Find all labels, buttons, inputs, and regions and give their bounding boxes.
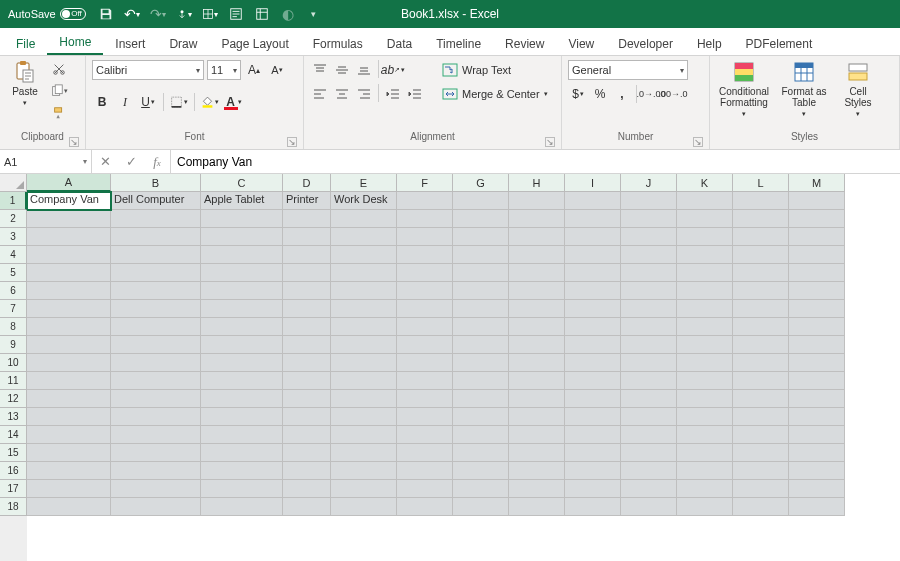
cell[interactable] <box>27 498 111 516</box>
cell[interactable] <box>677 264 733 282</box>
cell[interactable] <box>509 246 565 264</box>
row-header[interactable]: 13 <box>0 408 27 426</box>
cell[interactable] <box>201 210 283 228</box>
cell[interactable] <box>397 390 453 408</box>
cell[interactable] <box>621 426 677 444</box>
cell[interactable] <box>453 372 509 390</box>
cell[interactable] <box>509 408 565 426</box>
cell[interactable] <box>565 264 621 282</box>
cell[interactable] <box>733 282 789 300</box>
cell[interactable] <box>111 498 201 516</box>
cell[interactable] <box>677 336 733 354</box>
orientation-icon[interactable]: ab↗▾ <box>383 60 403 80</box>
cell[interactable] <box>201 246 283 264</box>
cell[interactable] <box>621 390 677 408</box>
cell[interactable] <box>283 282 331 300</box>
cell[interactable] <box>789 426 845 444</box>
cell[interactable] <box>509 192 565 210</box>
cell[interactable] <box>677 426 733 444</box>
cell[interactable] <box>27 354 111 372</box>
cell[interactable] <box>733 264 789 282</box>
cell[interactable] <box>397 444 453 462</box>
italic-button[interactable]: I <box>115 92 135 112</box>
format-as-table-button[interactable]: Format as Table▾ <box>776 60 832 118</box>
cell[interactable] <box>733 192 789 210</box>
cell[interactable] <box>111 300 201 318</box>
cell[interactable] <box>453 462 509 480</box>
cell[interactable] <box>331 498 397 516</box>
cell[interactable] <box>283 444 331 462</box>
cell[interactable] <box>789 264 845 282</box>
cell[interactable] <box>453 498 509 516</box>
cell[interactable] <box>677 210 733 228</box>
cell[interactable] <box>789 462 845 480</box>
cell[interactable] <box>331 246 397 264</box>
cell[interactable] <box>201 336 283 354</box>
qat-more-icon[interactable]: ▾ <box>306 6 322 22</box>
cell[interactable] <box>283 336 331 354</box>
bold-button[interactable]: B <box>92 92 112 112</box>
cell[interactable] <box>27 444 111 462</box>
cell[interactable] <box>111 228 201 246</box>
cell[interactable] <box>733 336 789 354</box>
enter-formula-icon[interactable]: ✓ <box>118 154 144 169</box>
cell[interactable] <box>201 372 283 390</box>
cell[interactable] <box>27 228 111 246</box>
cell[interactable] <box>733 462 789 480</box>
cell[interactable] <box>677 300 733 318</box>
column-header[interactable]: J <box>621 174 677 192</box>
borders-icon[interactable]: ▾ <box>202 6 218 22</box>
cell[interactable] <box>27 336 111 354</box>
increase-font-icon[interactable]: A▴ <box>244 60 264 80</box>
cell[interactable] <box>331 372 397 390</box>
cell[interactable] <box>397 462 453 480</box>
cell[interactable] <box>201 282 283 300</box>
cell[interactable] <box>733 354 789 372</box>
cell[interactable] <box>111 318 201 336</box>
cell[interactable]: Printer <box>283 192 331 210</box>
cell[interactable] <box>565 192 621 210</box>
cell[interactable] <box>453 192 509 210</box>
tab-pdfelement[interactable]: PDFelement <box>734 31 825 55</box>
formula-input[interactable] <box>171 150 900 173</box>
accounting-format-icon[interactable]: $▾ <box>568 84 588 104</box>
cell[interactable] <box>201 426 283 444</box>
cell[interactable] <box>397 210 453 228</box>
cell[interactable] <box>201 444 283 462</box>
cell[interactable] <box>27 264 111 282</box>
column-header[interactable]: L <box>733 174 789 192</box>
cell[interactable] <box>621 210 677 228</box>
cell[interactable] <box>397 300 453 318</box>
cell[interactable] <box>565 282 621 300</box>
align-middle-icon[interactable] <box>332 60 352 80</box>
cell[interactable] <box>283 210 331 228</box>
cell[interactable] <box>331 390 397 408</box>
row-header[interactable]: 3 <box>0 228 27 246</box>
cell[interactable] <box>201 228 283 246</box>
cell[interactable] <box>453 228 509 246</box>
cell[interactable] <box>397 318 453 336</box>
cell[interactable] <box>789 372 845 390</box>
cell[interactable] <box>565 462 621 480</box>
align-bottom-icon[interactable] <box>354 60 374 80</box>
cell[interactable] <box>677 444 733 462</box>
cell[interactable] <box>733 426 789 444</box>
cell[interactable] <box>789 210 845 228</box>
row-header[interactable]: 4 <box>0 246 27 264</box>
cell[interactable] <box>201 390 283 408</box>
tab-timeline[interactable]: Timeline <box>424 31 493 55</box>
tab-draw[interactable]: Draw <box>157 31 209 55</box>
cell[interactable] <box>565 390 621 408</box>
number-format-combo[interactable]: General▾ <box>568 60 688 80</box>
cell[interactable] <box>27 372 111 390</box>
format-painter-icon[interactable] <box>50 104 68 122</box>
cell[interactable] <box>283 300 331 318</box>
number-dialog-launcher[interactable]: ↘ <box>693 137 703 147</box>
clipboard-dialog-launcher[interactable]: ↘ <box>69 137 79 147</box>
cell[interactable] <box>621 354 677 372</box>
cell[interactable] <box>677 246 733 264</box>
cell[interactable] <box>397 246 453 264</box>
align-center-icon[interactable] <box>332 84 352 104</box>
cell[interactable] <box>565 408 621 426</box>
row-header[interactable]: 7 <box>0 300 27 318</box>
